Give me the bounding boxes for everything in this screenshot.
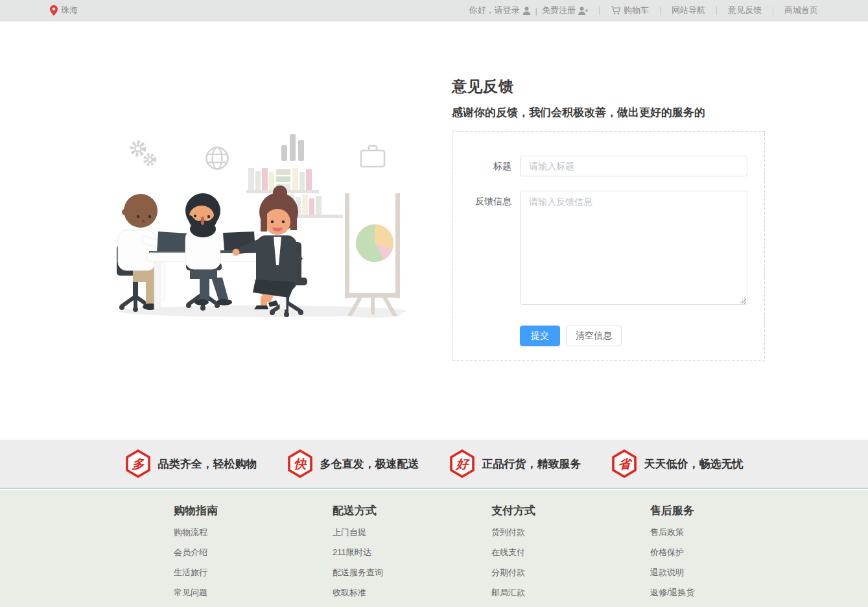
login-link[interactable]: 你好，请登录: [469, 5, 531, 16]
page-subtitle: 感谢你的反馈，我们会积极改善，做出更好的服务的: [452, 105, 765, 120]
footer-link[interactable]: 分期付款: [491, 567, 650, 578]
team-illustration: [117, 126, 408, 324]
nav-divider: [773, 6, 773, 15]
user-icon: [522, 6, 531, 15]
footer-link[interactable]: 返修/退换货: [650, 587, 809, 599]
nav-divider: [660, 6, 661, 15]
nav-site-directory[interactable]: 网站导航: [672, 5, 705, 16]
footer-link[interactable]: 上门自提: [333, 527, 491, 538]
nav-feedback[interactable]: 意见反馈: [728, 5, 762, 16]
footer-link[interactable]: 邮局汇款: [491, 587, 650, 599]
footer-link[interactable]: 货到付款: [491, 527, 650, 538]
nav-mall-home[interactable]: 商城首页: [784, 5, 818, 16]
nav-divider: [599, 6, 600, 15]
badge-char: 省: [618, 457, 632, 471]
feedback-page: 珠海 你好，请登录 | 免费注册 购物车 网站导航: [0, 0, 868, 607]
clear-button[interactable]: 清空信息: [566, 326, 622, 346]
footer-col-shopping-guide: 购物指南 购物流程 会员介绍 生活旅行 常见问题 大家电: [174, 503, 333, 607]
footer-col-after-sales: 售后服务 售后政策 价格保护 退款说明 返修/退换货 取消订单: [650, 503, 809, 607]
location-label: 珠海: [61, 5, 78, 16]
hexagon-badge-icon: 省: [611, 449, 637, 478]
gear-icon: [132, 143, 154, 164]
feedback-form: 标题 反馈信息 提交 清空信息: [452, 131, 765, 361]
footer-link[interactable]: 退款说明: [650, 567, 809, 578]
register-label: 免费注册: [542, 5, 576, 16]
footer-col-title: 配送方式: [333, 503, 491, 518]
message-textarea[interactable]: [520, 191, 747, 305]
footer-col-payment: 支付方式 货到付款 在线支付 分期付款 邮局汇款 公司转账: [491, 503, 650, 607]
footer-link[interactable]: 生活旅行: [174, 567, 333, 578]
main-content: 意见反馈 感谢你的反馈，我们会积极改善，做出更好的服务的 标题 反馈信息: [0, 22, 868, 440]
footer-link[interactable]: 在线支付: [491, 547, 650, 558]
topnav: 你好，请登录 | 免费注册 购物车 网站导航 意见反馈 商城首页: [469, 5, 818, 16]
footer-col-title: 售后服务: [650, 503, 809, 518]
footer-link[interactable]: 配送服务查询: [333, 567, 491, 578]
laptop: [157, 232, 189, 252]
footer-link[interactable]: 收取标准: [333, 587, 491, 599]
footer-link[interactable]: 购物流程: [174, 527, 333, 538]
feature-quality: 好 正品行货，精致服务: [449, 449, 581, 478]
submit-button[interactable]: 提交: [520, 326, 560, 346]
footer-link[interactable]: 售后政策: [650, 527, 809, 538]
location-selector[interactable]: 珠海: [50, 5, 78, 16]
footer-col-title: 购物指南: [174, 503, 333, 518]
cart-label: 购物车: [624, 5, 649, 16]
badge-char: 多: [132, 457, 145, 471]
feature-label: 天天低价，畅选无忧: [644, 457, 744, 471]
feature-speed: 快 多仓直发，极速配送: [287, 449, 419, 478]
easel-pie-chart: [345, 193, 400, 316]
person-right: [233, 185, 303, 309]
pipe-separator: |: [535, 6, 537, 16]
footer-link[interactable]: 211限时达: [333, 547, 491, 558]
hexagon-badge-icon: 好: [449, 449, 475, 478]
cart-link[interactable]: 购物车: [611, 5, 649, 16]
badge-char: 好: [454, 457, 469, 471]
login-label: 你好，请登录: [469, 5, 520, 16]
cart-icon: [611, 6, 621, 15]
hexagon-badge-icon: 多: [125, 449, 151, 478]
service-features-strip: 多 品类齐全，轻松购物 快 多仓直发，极速配送 好 正品行货，精致服务 省 天天…: [0, 440, 868, 489]
feature-variety: 多 品类齐全，轻松购物: [125, 449, 257, 478]
register-link[interactable]: 免费注册: [542, 5, 588, 16]
topbar: 珠海 你好，请登录 | 免费注册 购物车 网站导航: [0, 0, 868, 21]
footer-link[interactable]: 价格保护: [650, 547, 809, 558]
feature-label: 正品行货，精致服务: [482, 457, 581, 471]
briefcase-icon: [361, 146, 384, 167]
feature-label: 多仓直发，极速配送: [320, 457, 419, 471]
footer-col-delivery: 配送方式 上门自提 211限时达 配送服务查询 收取标准 海外配送: [333, 503, 491, 607]
footer-link[interactable]: 会员介绍: [174, 547, 333, 558]
footer: 购物指南 购物流程 会员介绍 生活旅行 常见问题 大家电 配送方式 上门自提 2…: [0, 490, 868, 607]
hexagon-badge-icon: 快: [287, 449, 313, 478]
globe-icon: [207, 148, 228, 169]
nav-divider: [716, 6, 717, 15]
feature-savings: 省 天天低价，畅选无忧: [611, 449, 744, 478]
message-label: 反馈信息: [452, 191, 520, 307]
user-plus-icon: [578, 6, 588, 15]
footer-col-title: 支付方式: [491, 503, 650, 518]
title-label: 标题: [452, 156, 520, 176]
feedback-panel: 意见反馈 感谢你的反馈，我们会积极改善，做出更好的服务的 标题 反馈信息: [452, 77, 765, 361]
title-input[interactable]: [520, 156, 747, 176]
badge-char: 快: [294, 457, 307, 471]
footer-link[interactable]: 常见问题: [174, 587, 333, 599]
bar-chart-icon: [281, 134, 304, 161]
pin-icon: [50, 5, 58, 16]
feature-label: 品类齐全，轻松购物: [158, 457, 257, 471]
page-title: 意见反馈: [452, 77, 765, 97]
